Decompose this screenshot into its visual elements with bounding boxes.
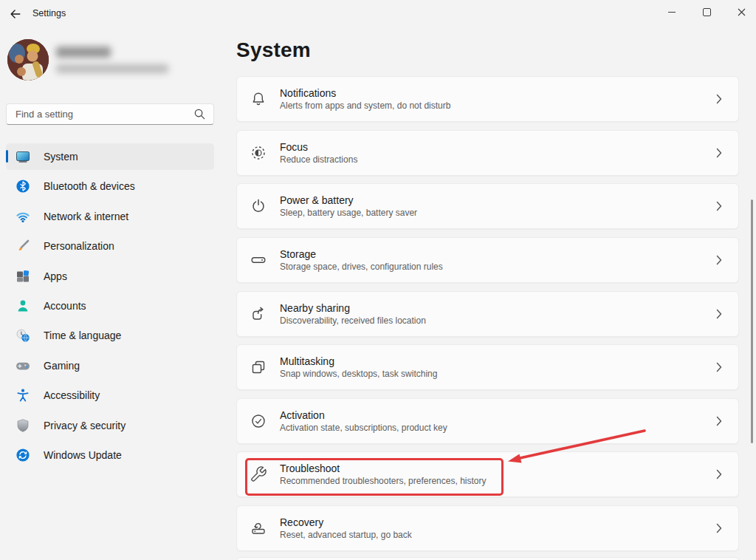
settings-row-activation[interactable]: Activation Activation state, subscriptio…	[236, 398, 739, 444]
chevron-right-icon	[716, 255, 722, 265]
update-icon	[16, 448, 30, 462]
chevron-right-icon	[716, 469, 722, 479]
settings-row-power-battery[interactable]: Power & battery Sleep, battery usage, ba…	[236, 183, 739, 229]
row-subtitle: Snap windows, desktops, task switching	[280, 369, 437, 380]
check-circle-icon	[250, 412, 267, 430]
page-title: System	[236, 38, 311, 62]
settings-row-storage[interactable]: Storage Storage space, drives, configura…	[236, 237, 739, 283]
focus-icon	[250, 144, 267, 162]
row-title: Nearby sharing	[280, 302, 426, 315]
sidebar-item-label: Privacy & security	[44, 420, 126, 431]
back-button[interactable]	[4, 4, 27, 24]
row-title: Activation	[280, 409, 447, 422]
sidebar-item-label: Gaming	[44, 360, 80, 372]
row-subtitle: Discoverability, received files location	[280, 315, 426, 327]
search-icon[interactable]	[193, 108, 206, 120]
drive-icon	[250, 251, 267, 269]
settings-row-notifications[interactable]: Notifications Alerts from apps and syste…	[236, 76, 739, 122]
scrollbar[interactable]	[751, 199, 753, 443]
row-title: Multitasking	[280, 355, 437, 368]
settings-window: Settings	[0, 0, 756, 560]
sidebar-item-label: System	[44, 151, 78, 163]
sidebar-item-personalization[interactable]: Personalization	[6, 233, 214, 259]
chevron-right-icon	[716, 148, 722, 158]
minimize-icon	[668, 12, 676, 13]
row-subtitle: Activation state, subscriptions, product…	[280, 423, 447, 434]
window-title: Settings	[32, 8, 66, 18]
user-profile[interactable]	[7, 38, 214, 83]
wrench-icon	[250, 465, 267, 483]
person-icon	[16, 298, 30, 313]
sidebar-item-system[interactable]: System	[6, 143, 214, 170]
sidebar-item-label: Network & internet	[44, 211, 128, 222]
row-subtitle: Sleep, battery usage, battery saver	[280, 208, 417, 219]
settings-row-nearby-sharing[interactable]: Nearby sharing Discoverability, received…	[236, 291, 739, 337]
sidebar-item-label: Accounts	[44, 300, 86, 312]
gamepad-icon	[16, 358, 30, 373]
row-subtitle: Alerts from apps and system, do not dist…	[280, 100, 450, 112]
accessibility-person-icon	[16, 388, 30, 403]
sidebar-item-network-internet[interactable]: Network & internet	[6, 203, 214, 230]
apps-icon	[16, 269, 30, 284]
power-icon	[250, 197, 267, 215]
chevron-right-icon	[716, 309, 722, 319]
sidebar-item-accounts[interactable]: Accounts	[6, 293, 214, 319]
bluetooth-icon	[16, 179, 30, 194]
clock-globe-icon	[16, 328, 30, 343]
avatar	[7, 39, 49, 81]
shield-icon	[16, 418, 30, 433]
sidebar-item-time-language[interactable]: Time & language	[6, 322, 214, 349]
row-subtitle: Reset, advanced startup, go back	[280, 530, 412, 541]
sidebar-item-gaming[interactable]: Gaming	[6, 352, 214, 379]
chevron-right-icon	[716, 362, 722, 372]
recovery-icon	[250, 519, 267, 537]
settings-row-recovery[interactable]: Recovery Reset, advanced startup, go bac…	[236, 505, 739, 551]
back-arrow-icon	[9, 7, 22, 21]
sidebar-item-label: Apps	[44, 270, 67, 282]
maximize-icon	[703, 8, 711, 16]
settings-row-multitasking[interactable]: Multitasking Snap windows, desktops, tas…	[236, 344, 739, 390]
search-box[interactable]	[6, 103, 214, 125]
sidebar-item-label: Accessibility	[44, 389, 100, 401]
share-icon	[250, 305, 267, 323]
chevron-right-icon	[716, 416, 722, 426]
close-button[interactable]	[724, 0, 756, 24]
sidebar-item-accessibility[interactable]: Accessibility	[6, 382, 214, 409]
minimize-button[interactable]	[655, 0, 689, 24]
paintbrush-icon	[16, 239, 30, 253]
chevron-right-icon	[716, 523, 722, 533]
sidebar-item-label: Time & language	[44, 329, 121, 341]
wifi-icon	[16, 209, 30, 224]
user-email-blurred	[56, 64, 168, 73]
row-title: Focus	[280, 141, 357, 154]
sidebar-item-label: Windows Update	[44, 449, 122, 461]
row-subtitle: Reduce distractions	[280, 154, 357, 165]
user-name-blurred	[56, 47, 111, 58]
chevron-right-icon	[716, 201, 722, 211]
settings-row-focus[interactable]: Focus Reduce distractions	[236, 130, 739, 176]
sidebar-item-label: Bluetooth & devices	[44, 180, 135, 192]
sidebar-item-apps[interactable]: Apps	[6, 263, 214, 290]
row-title: Power & battery	[280, 194, 417, 207]
windows-stack-icon	[250, 358, 267, 376]
sidebar-item-label: Personalization	[44, 240, 114, 252]
chevron-right-icon	[716, 94, 722, 104]
bell-icon	[250, 90, 267, 108]
row-subtitle: Storage space, drives, configuration rul…	[280, 262, 443, 273]
close-icon	[738, 8, 746, 16]
row-subtitle: Recommended troubleshooters, preferences…	[280, 476, 486, 487]
settings-row-troubleshoot[interactable]: Troubleshoot Recommended troubleshooters…	[236, 451, 739, 497]
row-title: Notifications	[280, 87, 450, 100]
sidebar-item-windows-update[interactable]: Windows Update	[6, 442, 214, 468]
sidebar-item-privacy-security[interactable]: Privacy & security	[6, 412, 214, 439]
search-input[interactable]	[7, 109, 193, 120]
selected-accent-bar	[6, 150, 8, 163]
maximize-button[interactable]	[690, 0, 724, 24]
row-title: Troubleshoot	[280, 462, 486, 475]
row-title: Recovery	[280, 516, 412, 529]
sidebar-item-bluetooth-devices[interactable]: Bluetooth & devices	[6, 173, 214, 199]
system-icon	[16, 149, 30, 164]
row-title: Storage	[280, 248, 443, 261]
settings-row-partial	[236, 557, 739, 560]
